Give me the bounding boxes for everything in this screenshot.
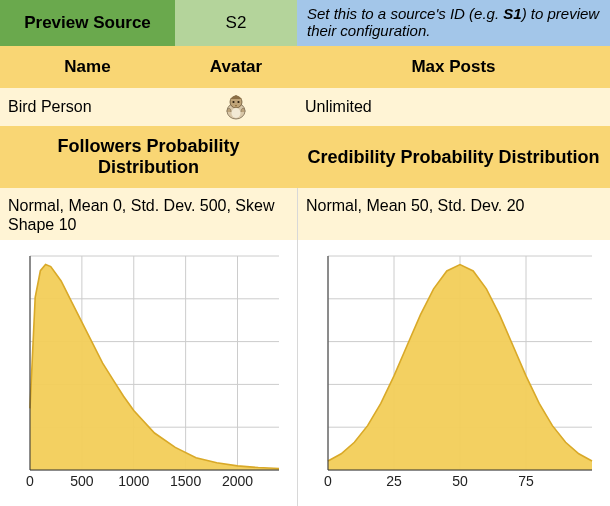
followers-chart: 0500100015002000 — [8, 250, 289, 494]
svg-text:2000: 2000 — [222, 473, 253, 489]
svg-text:0: 0 — [324, 473, 332, 489]
credibility-chart: 0255075 — [306, 250, 602, 494]
preview-source-label: Preview Source — [0, 0, 175, 46]
svg-text:0: 0 — [26, 473, 34, 489]
preview-source-hint: Set this to a source's ID (e.g. S1) to p… — [297, 0, 610, 46]
svg-text:1000: 1000 — [118, 473, 149, 489]
credibility-chart-cell: 0255075 — [297, 240, 610, 506]
source-name-value: Bird Person — [0, 88, 175, 126]
svg-point-4 — [232, 108, 241, 118]
hint-bold: S1 — [503, 5, 521, 22]
svg-text:75: 75 — [518, 473, 534, 489]
svg-text:50: 50 — [452, 473, 468, 489]
svg-text:25: 25 — [386, 473, 402, 489]
svg-text:500: 500 — [70, 473, 94, 489]
followers-dist-text: Normal, Mean 0, Std. Dev. 500, Skew Shap… — [0, 188, 297, 240]
col-header-name: Name — [0, 46, 175, 88]
svg-text:1500: 1500 — [170, 473, 201, 489]
preview-source-input[interactable]: S2 — [175, 0, 297, 46]
credibility-dist-header: Credibility Probability Distribution — [297, 126, 610, 188]
svg-point-3 — [237, 101, 239, 103]
hint-pre: Set this to a source's ID (e.g. — [307, 5, 503, 22]
followers-chart-cell: 0500100015002000 — [0, 240, 297, 506]
svg-point-2 — [232, 101, 234, 103]
followers-dist-header: Followers Probability Distribution — [0, 126, 297, 188]
col-header-max-posts: Max Posts — [297, 46, 610, 88]
bird-icon — [221, 93, 251, 121]
credibility-dist-text: Normal, Mean 50, Std. Dev. 20 — [297, 188, 610, 240]
col-header-avatar: Avatar — [175, 46, 297, 88]
source-max-posts-value: Unlimited — [297, 88, 610, 126]
source-avatar — [175, 88, 297, 126]
